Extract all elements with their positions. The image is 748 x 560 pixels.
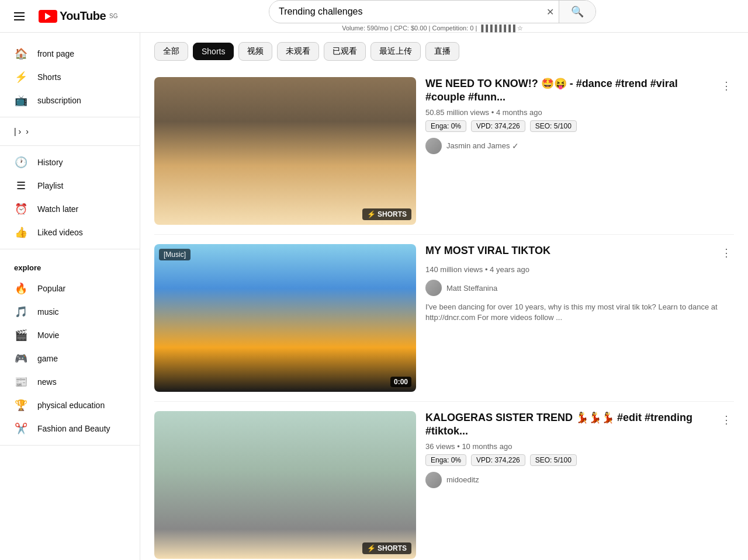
logo-region: SG [109,13,117,19]
filter-btn-recent[interactable]: 最近上传 [370,42,421,61]
channel-row: Jasmin and James ✓ [425,138,734,154]
sidebar-label: game [37,354,58,363]
sidebar-item-shorts[interactable]: ⚡ Shorts [0,65,140,89]
video-thumbnail[interactable]: ⚡ SHORTS [154,77,416,225]
sidebar-item-popular[interactable]: 🔥 Popular [0,277,140,300]
history-icon: 🕐 [14,155,28,169]
video-info: MY MOST VIRAL TIKTOK ⋮ 140 million views… [425,244,734,392]
channel-name[interactable]: Matt Steffanina [446,284,497,293]
more-menu-button[interactable]: ⋮ [719,411,734,429]
sidebar-label: Shorts [37,72,61,82]
music-icon: 🎵 [14,305,28,319]
avatar-image [425,138,442,154]
youtube-logo[interactable]: YouTubeSG [39,9,118,23]
view-count: 50.85 million views [425,108,489,117]
video-meta: 36 views • 10 months ago [425,442,734,451]
sidebar-item-watch-later[interactable]: ⏰ Watch later [0,197,140,221]
sidebar-label: Fashion and Beauty [37,424,110,433]
sidebar: 🏠 front page ⚡ Shorts 📺 subscription | ›… [0,33,140,560]
filter-btn-live[interactable]: 直播 [425,42,459,61]
sidebar-label: Popular [37,284,65,293]
volume-info: Volume: 590/mo | CPC: $0.00 | Competitio… [269,25,596,32]
watch-later-icon: ⏰ [14,202,28,216]
verified-icon: ✓ [512,141,519,151]
main-content: 全部 Shorts 视频 未观看 已观看 最近上传 直播 ⚡ SHORTS [140,33,748,560]
sidebar-item-fashion-beauty[interactable]: ✂️ Fashion and Beauty [0,417,140,440]
engagement-badge: Enga: 0% [425,454,466,466]
vpd-badge: VPD: 374,226 [471,120,525,132]
sidebar-item-news[interactable]: 📰 news [0,370,140,394]
video-badges: Enga: 0% VPD: 374,226 SEO: 5/100 [425,120,734,132]
music-label: [Music] [159,249,191,260]
more-menu-button[interactable]: ⋮ [719,77,734,95]
movie-icon: 🎬 [14,328,28,342]
sidebar-item-movie[interactable]: 🎬 Movie [0,324,140,347]
filter-btn-shorts[interactable]: Shorts [193,43,234,60]
sidebar-item-liked-videos[interactable]: 👍 Liked videos [0,221,140,244]
trophy-icon: 🏆 [14,398,28,412]
sidebar-label: History [37,158,63,167]
engagement-badge: Enga: 0% [425,120,466,132]
sidebar-label: Liked videos [37,228,83,237]
sidebar-section-explore: explore 🔥 Popular 🎵 music 🎬 Movie 🎮 game [0,249,140,446]
channel-name[interactable]: midoeditz [446,475,479,484]
search-bar: ✕ 🔍 [269,0,596,23]
sidebar-label: news [37,377,57,387]
time-ago: 10 months ago [462,442,512,451]
popular-icon: 🔥 [14,281,28,295]
seo-badge: SEO: 5/100 [530,120,577,132]
sidebar-label: Playlist [37,181,63,190]
fashion-icon: ✂️ [14,422,28,436]
video-meta: 140 million views • 4 years ago [425,265,734,274]
home-icon: 🏠 [14,47,28,61]
body: 🏠 front page ⚡ Shorts 📺 subscription | ›… [0,33,748,560]
sidebar-section-expand: | › › [0,117,140,146]
sidebar-item-game[interactable]: 🎮 game [0,347,140,370]
video-thumbnail[interactable]: [Music] 0:00 [154,244,416,392]
video-title[interactable]: MY MOST VIRAL TIKTOK [425,244,550,258]
sidebar-item-front-page[interactable]: 🏠 front page [0,42,140,65]
search-button[interactable]: 🔍 [559,1,595,23]
channel-avatar[interactable] [425,280,442,296]
video-meta: 50.85 million views • 4 months ago [425,108,734,117]
playlist-icon: ☰ [14,179,28,193]
filter-btn-video[interactable]: 视频 [238,42,272,61]
channel-name[interactable]: Jasmin and James ✓ [446,141,519,151]
video-info: KALOGERAS SISTER TREND 💃💃💃 #edit #trendi… [425,411,734,559]
video-info-top: MY MOST VIRAL TIKTOK ⋮ [425,244,734,262]
sidebar-item-subscription[interactable]: 📺 subscription [0,89,140,112]
avatar-image [425,280,442,296]
sidebar-item-history[interactable]: 🕐 History [0,151,140,174]
video-title[interactable]: KALOGERAS SISTER TREND 💃💃💃 #edit #trendi… [425,411,714,439]
channel-avatar[interactable] [425,472,442,488]
video-badges: Enga: 0% VPD: 374,226 SEO: 5/100 [425,454,734,466]
video-title[interactable]: WE NEED TO KNOW!? 🤩😝 - #dance #trend #vi… [425,77,714,105]
video-info-top: WE NEED TO KNOW!? 🤩😝 - #dance #trend #vi… [425,77,734,105]
separator: • [485,265,490,274]
filter-btn-unwatched[interactable]: 未观看 [277,42,319,61]
sidebar-item-music[interactable]: 🎵 music [0,300,140,324]
expand-label: | › [14,127,21,136]
app-container: YouTubeSG ✕ 🔍 Volume: 590/mo | CPC: $0.0… [0,0,748,560]
filter-bar: 全部 Shorts 视频 未观看 已观看 最近上传 直播 [154,33,734,68]
search-clear-button[interactable]: ✕ [542,2,559,22]
logo-text: YouTube [60,9,106,23]
channel-row: midoeditz [425,472,734,488]
channel-avatar[interactable] [425,138,442,154]
star-icon[interactable]: ☆ [517,25,523,32]
sidebar-expand-row[interactable]: | › › [0,122,140,141]
logo-icon [39,10,57,23]
video-thumbnail[interactable]: ⚡ SHORTS [154,411,416,559]
filter-btn-all[interactable]: 全部 [154,42,188,61]
like-icon: 👍 [14,225,28,239]
sidebar-item-physical-education[interactable]: 🏆 physical education [0,394,140,417]
search-input[interactable] [269,2,542,22]
separator: • [491,108,496,117]
sidebar-item-playlist[interactable]: ☰ Playlist [0,174,140,197]
sidebar-label: front page [37,49,74,58]
filter-btn-watched[interactable]: 已观看 [324,42,366,61]
avatar-image [425,472,442,488]
video-info: WE NEED TO KNOW!? 🤩😝 - #dance #trend #vi… [425,77,734,225]
more-menu-button[interactable]: ⋮ [719,244,734,262]
hamburger-menu[interactable] [9,8,29,25]
